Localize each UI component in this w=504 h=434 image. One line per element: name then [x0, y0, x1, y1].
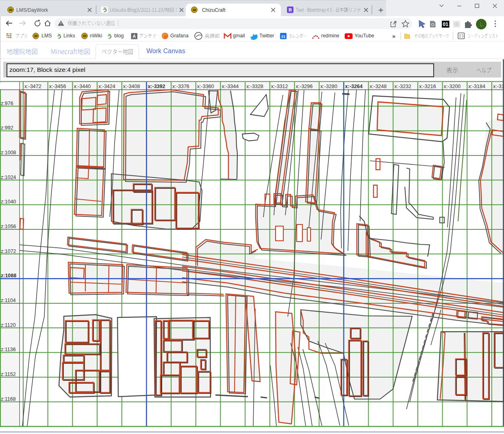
svg-text:x:-3280: x:-3280 — [320, 84, 337, 89]
svg-text:z:1072: z:1072 — [1, 248, 16, 254]
svg-text:x:-3344: x:-3344 — [222, 84, 239, 89]
svg-text:z:976: z:976 — [1, 101, 13, 106]
svg-text:x:-3200: x:-3200 — [444, 84, 461, 89]
svg-text:z:1024: z:1024 — [1, 175, 16, 180]
svg-text:x:-3248: x:-3248 — [370, 84, 387, 89]
svg-text:z:1136: z:1136 — [1, 347, 16, 352]
svg-text:x:-3440: x:-3440 — [74, 84, 91, 89]
svg-text:z:1056: z:1056 — [1, 224, 16, 229]
svg-text:z:1120: z:1120 — [1, 322, 16, 328]
svg-text:z:992: z:992 — [1, 125, 13, 131]
svg-text:x:-3424: x:-3424 — [98, 84, 115, 89]
svg-text:z:1152: z:1152 — [1, 371, 16, 377]
svg-text:x:-3472: x:-3472 — [24, 84, 41, 89]
svg-text:x:-3376: x:-3376 — [172, 84, 189, 89]
svg-text:z:1088: z:1088 — [1, 273, 16, 279]
svg-text:x:-3312: x:-3312 — [271, 84, 288, 89]
svg-text:x:-3184: x:-3184 — [468, 84, 485, 89]
svg-text:x:-3392: x:-3392 — [148, 84, 165, 89]
svg-text:x:-3168: x:-3168 — [493, 84, 504, 89]
svg-text:z:1008: z:1008 — [1, 150, 16, 155]
svg-text:z:1168: z:1168 — [1, 396, 16, 402]
svg-text:x:-3328: x:-3328 — [246, 84, 263, 89]
svg-text:x:-3264: x:-3264 — [345, 84, 363, 89]
svg-text:x:-3216: x:-3216 — [419, 84, 436, 89]
svg-text:z:1040: z:1040 — [1, 199, 16, 205]
svg-text:x:-3408: x:-3408 — [123, 84, 140, 89]
svg-text:z:1104: z:1104 — [1, 298, 16, 303]
svg-text:x:-3296: x:-3296 — [296, 84, 313, 89]
svg-text:x:-3360: x:-3360 — [197, 84, 214, 89]
svg-text:x:-3232: x:-3232 — [394, 84, 411, 89]
svg-text:x:-3456: x:-3456 — [49, 84, 66, 89]
